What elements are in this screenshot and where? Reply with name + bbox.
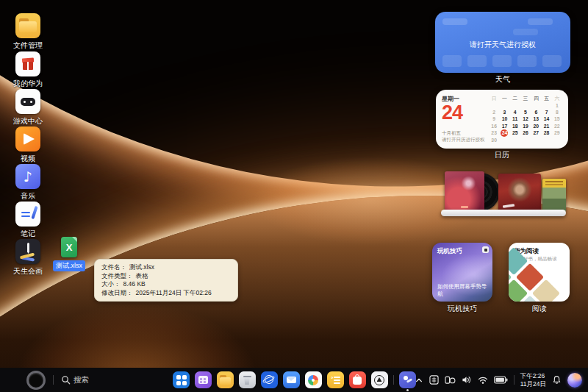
dock-recycle-bin[interactable]	[239, 371, 256, 388]
desktop-icon-music[interactable]: 音乐	[7, 164, 49, 202]
tips-widget[interactable]: 玩机技巧 如何使用屏幕手势导航	[432, 243, 492, 302]
calendar-weekday-header: 日	[489, 95, 499, 101]
icon-label: 视频	[21, 154, 35, 164]
calendar-day-cell: 29	[552, 129, 562, 136]
dock-separator	[393, 375, 394, 385]
video-icon	[15, 126, 40, 152]
file-manager-icon	[15, 13, 40, 38]
calendar-day-cell: 18	[510, 123, 520, 129]
dock-active-app[interactable]	[399, 371, 416, 388]
calendar-day-cell: 7	[541, 109, 551, 115]
trash-icon	[239, 371, 256, 388]
calendar-day-cell: 30	[489, 137, 499, 143]
calendar-day-cell: 15	[552, 115, 562, 122]
reader-subtitle: 百万好书，精品畅读	[514, 256, 557, 263]
notification-bell-icon[interactable]	[552, 375, 562, 385]
tips-article-title: 如何使用屏幕手势导航	[437, 283, 488, 297]
taskbar-separator	[53, 375, 54, 385]
appgallery-bag-icon	[349, 371, 366, 388]
calendar-permission-notice: 请打开日历进行授权	[442, 137, 489, 143]
calendar-day-cell: 23	[489, 129, 499, 136]
desktop-icon-notes[interactable]: 笔记	[7, 202, 49, 239]
search-label: 搜索	[74, 375, 89, 385]
dock-browser[interactable]	[261, 371, 278, 388]
chevron-up-icon[interactable]	[415, 376, 423, 385]
dock-email[interactable]	[283, 371, 300, 388]
battery-icon[interactable]	[494, 376, 508, 384]
tray-time: 下午2:26	[520, 372, 546, 380]
assistant-ring-icon[interactable]	[26, 371, 46, 390]
tooltip-value: 8.46 KB	[123, 280, 146, 288]
folder-icon	[217, 371, 234, 388]
icon-label: 文件管理	[13, 40, 43, 51]
calendar-day-cell: 12	[520, 115, 531, 122]
running-indicator	[406, 389, 409, 391]
calendar-day-cell: 9	[489, 115, 499, 122]
calendar-weekday-header: 四	[531, 95, 541, 101]
tooltip-row: 文件名：测试.xlsx	[101, 263, 231, 272]
calendar-day-cell: 1	[552, 102, 562, 109]
desktop-icon-my-huawei[interactable]: 我的华为	[7, 51, 49, 89]
search-button[interactable]: 搜索	[61, 375, 89, 385]
desktop-icon-paint[interactable]: 天生会画	[7, 239, 49, 277]
wifi-icon[interactable]	[478, 376, 488, 385]
volume-icon[interactable]	[462, 375, 472, 385]
weather-widget[interactable]: 请打开天气进行授权	[435, 12, 570, 73]
super-device-icon[interactable]	[445, 375, 456, 385]
desktop-icon-file-manager[interactable]: 文件管理	[7, 13, 49, 51]
icon-label: 游戏中心	[13, 116, 43, 126]
active-app-icon	[399, 371, 416, 388]
task-center-icon	[195, 371, 212, 388]
desktop-file-test-xlsx[interactable]: 测试.xlsx	[51, 237, 87, 271]
calendar-day-cell: 21	[541, 123, 551, 129]
dock-memo[interactable]	[327, 371, 344, 388]
dock-task-center[interactable]	[195, 371, 212, 388]
music-shelf-widget[interactable]	[441, 169, 567, 218]
ai-assistant-orb[interactable]	[567, 373, 582, 388]
tray-date: 11月24日	[520, 380, 546, 388]
calendar-day-cell: 8	[552, 109, 562, 115]
weather-widget-label: 天气	[435, 74, 570, 85]
calendar-day-cell: 22	[552, 123, 562, 129]
tooltip-label: 大小：	[101, 280, 121, 288]
tips-badge-icon	[482, 246, 489, 253]
dock-lens-app[interactable]	[371, 371, 388, 388]
weather-permission-message: 请打开天气进行授权	[435, 40, 570, 50]
calendar-day-cell: 10	[499, 115, 509, 122]
calendar-day-cell: 20	[531, 123, 541, 129]
calendar-day-cell: 14	[541, 115, 551, 122]
calendar-day-cell: 4	[510, 109, 520, 115]
calendar-day-cell: 2	[489, 109, 499, 115]
weather-skeleton-row	[442, 55, 462, 67]
calendar-day-cell: 11	[510, 115, 520, 122]
music-shelf	[441, 210, 566, 216]
dock	[173, 371, 416, 388]
tooltip-value: 测试.xlsx	[129, 263, 154, 271]
calendar-day-number: 24	[442, 103, 489, 123]
dock-gallery[interactable]	[305, 371, 322, 388]
desktop-icon-game-center[interactable]: 游戏中心	[7, 89, 49, 126]
file-info-tooltip: 文件名：测试.xlsx 文件类型：表格 大小：8.46 KB 修改日期：2025…	[94, 259, 238, 302]
tooltip-label: 文件名：	[101, 263, 126, 271]
clock[interactable]: 下午2:26 11月24日	[520, 372, 546, 388]
dock-app-gallery[interactable]	[349, 371, 366, 388]
desktop-icon-video[interactable]: 视频	[7, 126, 49, 164]
tooltip-value: 表格	[136, 272, 148, 279]
reader-widget[interactable]: 华为阅读 百万好书，精品畅读	[509, 243, 570, 302]
calendar-weekday-header: 五	[541, 95, 551, 101]
search-icon	[61, 375, 71, 385]
album-cover-red-abstract	[445, 171, 484, 211]
tips-widget-label: 玩机技巧	[432, 304, 492, 314]
tips-title: 玩机技巧	[437, 247, 462, 256]
book-covers	[514, 263, 545, 294]
tooltip-label: 文件类型：	[101, 272, 133, 279]
circular-emblem-icon	[371, 371, 388, 388]
dock-files[interactable]	[217, 371, 234, 388]
calendar-lunar-date: 十月初五	[442, 130, 489, 137]
icon-label: 笔记	[21, 229, 35, 239]
dock-app-launcher[interactable]	[173, 371, 190, 388]
input-method-icon[interactable]	[429, 375, 439, 385]
pinwheel-icon	[305, 371, 322, 388]
calendar-widget[interactable]: 星期一 24 十月初五 请打开日历进行授权 日一二三四五六12345678910…	[436, 90, 568, 149]
calendar-day-cell: 13	[531, 115, 541, 122]
